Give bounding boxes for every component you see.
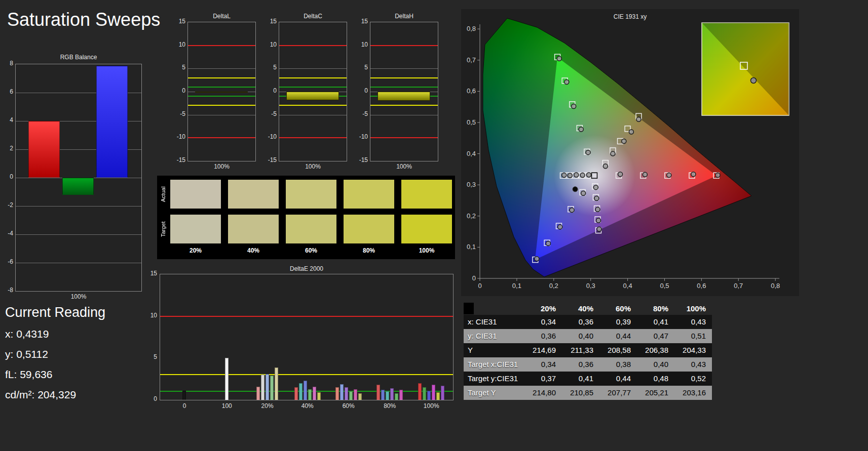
- cie-x-tick-label: 0,4: [623, 282, 632, 290]
- delta-chart-plot: [370, 22, 438, 161]
- cie-measured-yellow: [611, 151, 615, 156]
- deltae-bar: [395, 393, 398, 400]
- rgb-gridline: [16, 234, 141, 235]
- cie-panel: CIE 1931 xy: [461, 9, 799, 296]
- rgb-ytick-label: 8: [0, 60, 13, 67]
- table-col-header: 40%: [562, 304, 599, 313]
- rgb-ytick-label: 2: [0, 145, 13, 152]
- cie-x-tick-label: 0,6: [697, 282, 706, 290]
- table-cell: 205,21: [637, 386, 674, 400]
- swatch-actual-80%: [344, 180, 394, 209]
- cie-x-tick-label: 0,7: [734, 282, 743, 290]
- delta-ref-line: [188, 96, 255, 97]
- rgb-balance-x-label: 100%: [15, 293, 142, 300]
- delta-gridline: [279, 68, 347, 69]
- cie-measured-yellow: [629, 130, 633, 134]
- deltae-ytick-label: 15: [143, 270, 157, 277]
- cie-x-tick-label: 0,3: [586, 282, 595, 290]
- deltae-bar: [349, 391, 353, 400]
- swatch-target-60%: [286, 215, 336, 243]
- swatch-target-40%: [228, 215, 279, 243]
- delta-ytick-label: 15: [260, 18, 277, 25]
- delta-ytick-label: -10: [260, 133, 277, 140]
- delta-ytick-label: -15: [169, 156, 185, 163]
- delta-x-label: 100%: [187, 163, 256, 170]
- rgb-balance-plot: [15, 64, 142, 292]
- cie-measured-cyan: [562, 173, 567, 178]
- delta-ref-line: [188, 105, 255, 106]
- deltae-bar: [317, 392, 321, 400]
- table-row: Target Y214,80210,85207,77205,21203,16: [464, 386, 712, 400]
- deltae-bar: [399, 390, 403, 400]
- table-row-label: y: CIE31: [464, 329, 524, 343]
- table-corner-cell: [464, 302, 524, 315]
- cie-y-tick-label: 0,5: [467, 118, 476, 126]
- deltae-bar: [256, 387, 260, 400]
- table-row-label: Target Y: [464, 386, 524, 400]
- delta-x-label: 100%: [370, 163, 438, 170]
- cie-diagram: 00,10,20,30,40,50,60,70,800,10,20,30,40,…: [461, 9, 799, 296]
- delta-ytick-label: 0: [352, 87, 368, 94]
- delta-gridline: [279, 115, 347, 115]
- delta-gridline: [370, 68, 438, 69]
- table-cell: 0,52: [674, 372, 712, 386]
- swatch-panel: ActualTarget20%40%60%80%100%: [157, 176, 455, 259]
- measurement-table: 20%40%60%80%100%x: CIE310,340,360,390,41…: [464, 302, 712, 400]
- deltae-bar: [358, 393, 362, 400]
- current-reading-line: cd/m²: 204,329: [5, 389, 76, 401]
- rgb-gridline: [16, 263, 141, 263]
- deltae-ref-line: [160, 316, 453, 317]
- delta-gridline: [370, 92, 438, 92]
- table-cell: 0,39: [599, 315, 637, 329]
- table-cell: 0,43: [674, 357, 712, 372]
- current-reading-line: fL: 59,636: [5, 368, 52, 381]
- delta-bar: [195, 92, 248, 93]
- cie-measured-red: [618, 172, 623, 177]
- deltae-bar: [354, 389, 357, 400]
- table-row-label: x: CIE31: [464, 315, 524, 329]
- delta-chart-title: DeltaC: [279, 13, 347, 20]
- delta-chart-title: DeltaL: [187, 13, 256, 20]
- table-cell: 0,48: [637, 372, 674, 386]
- table-cell: 0,38: [599, 357, 637, 372]
- cie-measured-magenta: [593, 185, 598, 190]
- table-row-label: Y: [464, 343, 524, 357]
- cie-measured-green: [564, 79, 569, 84]
- rgb-ytick-label: 0: [0, 173, 13, 180]
- table-cell: 0,36: [562, 315, 599, 329]
- cie-measured-blue: [581, 191, 586, 195]
- delta-ytick-label: 5: [260, 64, 277, 71]
- delta-ref-line: [370, 45, 438, 46]
- cie-y-tick-label: 0,8: [467, 25, 476, 32]
- cie-measured-cyan: [587, 173, 591, 177]
- deltae-bar: [345, 387, 348, 400]
- cie-measured-magenta: [595, 207, 600, 212]
- delta-x-label: 100%: [279, 163, 347, 170]
- delta-gridline: [370, 115, 438, 115]
- delta-ref-line: [188, 45, 255, 46]
- deltae-bar: [294, 387, 298, 400]
- delta-chart-plot: [187, 22, 256, 161]
- swatch-row-label-actual: Actual: [158, 180, 168, 209]
- page-title: Saturation Sweeps: [7, 9, 160, 30]
- cie-measured-cyan: [568, 173, 572, 178]
- deltae-bar: [423, 387, 426, 400]
- deltae-ref-line: [160, 374, 453, 375]
- cie-measured-green: [572, 104, 576, 108]
- cie-y-tick-label: 0,7: [467, 56, 476, 64]
- table-col-header: 60%: [599, 304, 637, 313]
- table-cell: 0,47: [637, 329, 674, 343]
- deltae-bar: [275, 367, 278, 400]
- deltae-ytick-label: 5: [143, 353, 157, 360]
- delta-ytick-label: -15: [260, 156, 277, 163]
- cie-current-dot: [573, 187, 578, 192]
- delta-ref-line: [370, 96, 438, 97]
- delta-ytick-label: -5: [169, 110, 185, 117]
- delta-gridline: [188, 68, 255, 69]
- delta-ref-line: [279, 45, 347, 46]
- delta-bar: [378, 92, 430, 101]
- cie-measured-magenta: [594, 196, 599, 200]
- swatch-row-label-target: Target: [158, 215, 168, 243]
- cie-inset-measured-marker: [751, 78, 757, 84]
- delta-gridline: [188, 115, 255, 115]
